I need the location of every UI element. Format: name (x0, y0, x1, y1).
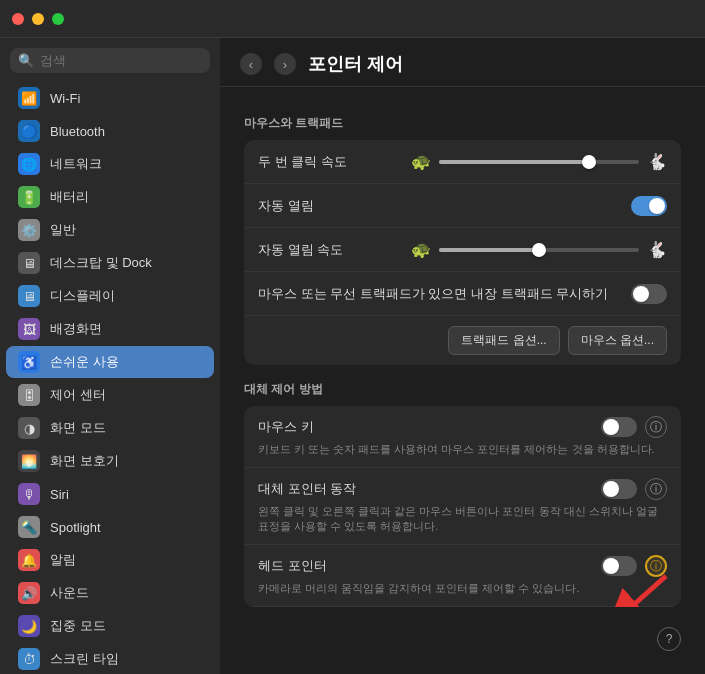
sidebar-icon-wallpaper: 🖼 (18, 318, 40, 340)
sidebar-item-screentime[interactable]: ⏱스크린 타임 (6, 643, 214, 674)
ignore-trackpad-control (631, 284, 667, 304)
auto-open-label: 자동 열림 (258, 197, 631, 215)
alt-pointer-toggle[interactable] (601, 479, 637, 499)
sidebar-item-sound[interactable]: 🔊사운드 (6, 577, 214, 609)
trackpad-options-button[interactable]: 트랙패드 옵션... (448, 326, 559, 355)
search-icon: 🔍 (18, 53, 34, 68)
sidebar-label-wifi: Wi-Fi (50, 91, 80, 106)
sidebar-label-display: 디스플레이 (50, 287, 115, 305)
forward-button[interactable]: › (274, 53, 296, 75)
head-pointer-toggle[interactable] (601, 556, 637, 576)
sidebar-item-wallpaper[interactable]: 🖼배경화면 (6, 313, 214, 345)
sidebar-icon-screenmode: ◑ (18, 417, 40, 439)
auto-open-speed-label: 자동 열림 속도 (258, 241, 411, 259)
sidebar-item-bluetooth[interactable]: 🔵Bluetooth (6, 115, 214, 147)
sidebar-item-screensaver[interactable]: 🌅화면 보호기 (6, 445, 214, 477)
sidebar-label-accessibility: 손쉬운 사용 (50, 353, 119, 371)
alt-control-card: 마우스 키 ⓘ 키보드 키 또는 숫자 패드를 사용하여 마우스 포인터를 제어… (244, 406, 681, 607)
sidebar-item-battery[interactable]: 🔋배터리 (6, 181, 214, 213)
sidebar-icon-spotlight: 🔦 (18, 516, 40, 538)
sidebar-icon-network: 🌐 (18, 153, 40, 175)
auto-open-toggle[interactable] (631, 196, 667, 216)
slider-right-icon: 🐇 (647, 152, 667, 171)
sidebar-icon-display: 🖥 (18, 285, 40, 307)
auto-open-row: 자동 열림 (244, 184, 681, 228)
head-pointer-info-button[interactable]: ⓘ (645, 555, 667, 577)
alt-pointer-row: 대체 포인터 동작 ⓘ 왼쪽 클릭 및 오른쪽 클릭과 같은 마우스 버튼이나 … (244, 468, 681, 545)
sidebar-item-general[interactable]: ⚙️일반 (6, 214, 214, 246)
sidebar-item-display[interactable]: 🖥디스플레이 (6, 280, 214, 312)
help-button[interactable]: ? (657, 627, 681, 651)
main-layout: 🔍 📶Wi-Fi🔵Bluetooth🌐네트워크🔋배터리⚙️일반🖥데스크탑 및 D… (0, 38, 705, 674)
mouse-keys-label: 마우스 키 (258, 418, 601, 436)
search-input[interactable] (40, 53, 202, 68)
content-area: ‹ › 포인터 제어 마우스와 트랙패드 두 번 클릭 속도 🐢 🐇 (220, 38, 705, 674)
head-pointer-label: 헤드 포인터 (258, 557, 601, 575)
sidebar-icon-siri: 🎙 (18, 483, 40, 505)
sidebar-item-desktop[interactable]: 🖥데스크탑 및 Dock (6, 247, 214, 279)
mouse-keys-info-button[interactable]: ⓘ (645, 416, 667, 438)
sidebar-item-accessibility[interactable]: ♿손쉬운 사용 (6, 346, 214, 378)
sidebar-item-focus[interactable]: 🌙집중 모드 (6, 610, 214, 642)
sidebar-label-battery: 배터리 (50, 188, 89, 206)
sidebar-label-spotlight: Spotlight (50, 520, 101, 535)
sidebar-label-screensaver: 화면 보호기 (50, 452, 119, 470)
head-pointer-desc: 카메라로 머리의 움직임을 감지하여 포인터를 제어할 수 있습니다. (258, 581, 579, 596)
sidebar-label-focus: 집중 모드 (50, 617, 106, 635)
sidebar-items-container: 📶Wi-Fi🔵Bluetooth🌐네트워크🔋배터리⚙️일반🖥데스크탑 및 Doc… (0, 81, 220, 674)
mouse-options-button[interactable]: 마우스 옵션... (568, 326, 667, 355)
sidebar-icon-accessibility: ♿ (18, 351, 40, 373)
auto-open-control (631, 196, 667, 216)
alt-pointer-control: ⓘ (601, 478, 667, 500)
sidebar-label-siri: Siri (50, 487, 69, 502)
sidebar-icon-screensaver: 🌅 (18, 450, 40, 472)
sidebar: 🔍 📶Wi-Fi🔵Bluetooth🌐네트워크🔋배터리⚙️일반🖥데스크탑 및 D… (0, 38, 220, 674)
sidebar-item-control[interactable]: 🎛제어 센터 (6, 379, 214, 411)
sidebar-item-spotlight[interactable]: 🔦Spotlight (6, 511, 214, 543)
sidebar-icon-focus: 🌙 (18, 615, 40, 637)
maximize-button[interactable] (52, 13, 64, 25)
ignore-trackpad-label: 마우스 또는 무선 트랙패드가 있으면 내장 트랙패드 무시하기 (258, 285, 631, 303)
sidebar-icon-notifications: 🔔 (18, 549, 40, 571)
sidebar-icon-screentime: ⏱ (18, 648, 40, 670)
ignore-trackpad-row: 마우스 또는 무선 트랙패드가 있으면 내장 트랙패드 무시하기 (244, 272, 681, 316)
content-header: ‹ › 포인터 제어 (220, 38, 705, 87)
sidebar-icon-bluetooth: 🔵 (18, 120, 40, 142)
sidebar-item-siri[interactable]: 🎙Siri (6, 478, 214, 510)
auto-open-speed-control: 🐢 🐇 (411, 240, 667, 259)
sidebar-item-screenmode[interactable]: ◑화면 모드 (6, 412, 214, 444)
mouse-keys-desc: 키보드 키 또는 숫자 패드를 사용하여 마우스 포인터를 제어하는 것을 허용… (258, 442, 655, 457)
ignore-trackpad-toggle[interactable] (631, 284, 667, 304)
mouse-keys-control: ⓘ (601, 416, 667, 438)
search-bar[interactable]: 🔍 (10, 48, 210, 73)
sidebar-label-notifications: 알림 (50, 551, 76, 569)
close-button[interactable] (12, 13, 24, 25)
minimize-button[interactable] (32, 13, 44, 25)
alt-pointer-desc: 왼쪽 클릭 및 오른쪽 클릭과 같은 마우스 버튼이나 포인터 동작 대신 스위… (258, 504, 667, 534)
sidebar-icon-control: 🎛 (18, 384, 40, 406)
back-button[interactable]: ‹ (240, 53, 262, 75)
double-click-slider[interactable] (439, 160, 639, 164)
sidebar-icon-battery: 🔋 (18, 186, 40, 208)
auto-open-speed-slider-left-icon: 🐢 (411, 240, 431, 259)
option-buttons-row: 트랙패드 옵션... 마우스 옵션... (244, 316, 681, 365)
sidebar-icon-wifi: 📶 (18, 87, 40, 109)
auto-open-speed-slider-right-icon: 🐇 (647, 240, 667, 259)
double-click-speed-label: 두 번 클릭 속도 (258, 153, 411, 171)
sidebar-icon-general: ⚙️ (18, 219, 40, 241)
head-pointer-control: ⓘ (601, 555, 667, 577)
sidebar-item-notifications[interactable]: 🔔알림 (6, 544, 214, 576)
title-bar (0, 0, 705, 38)
sidebar-item-wifi[interactable]: 📶Wi-Fi (6, 82, 214, 114)
mouse-keys-toggle[interactable] (601, 417, 637, 437)
mouse-keys-row: 마우스 키 ⓘ 키보드 키 또는 숫자 패드를 사용하여 마우스 포인터를 제어… (244, 406, 681, 468)
sidebar-label-screentime: 스크린 타임 (50, 650, 119, 668)
sidebar-label-screenmode: 화면 모드 (50, 419, 106, 437)
alt-pointer-info-button[interactable]: ⓘ (645, 478, 667, 500)
sidebar-item-network[interactable]: 🌐네트워크 (6, 148, 214, 180)
head-pointer-row: 헤드 포인터 ⓘ 카메라로 머리의 움직임을 감지하여 포인터를 제어할 수 있… (244, 545, 681, 607)
sidebar-label-control: 제어 센터 (50, 386, 106, 404)
sidebar-icon-sound: 🔊 (18, 582, 40, 604)
auto-open-speed-slider[interactable] (439, 248, 639, 252)
section-alt-control-title: 대체 제어 방법 (244, 381, 681, 398)
